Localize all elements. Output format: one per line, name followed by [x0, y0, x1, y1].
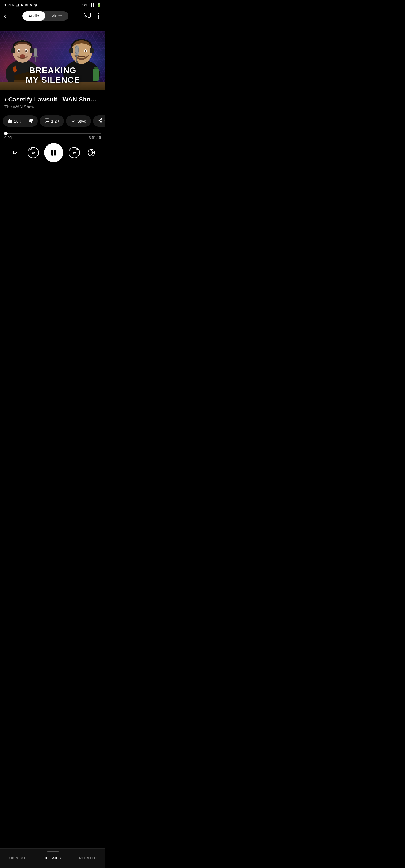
- video-area: BREAKING MY SILENCE: [0, 31, 106, 90]
- like-dislike-container: 16K: [3, 115, 38, 127]
- pause-icon: [52, 150, 56, 156]
- video-thumbnail[interactable]: BREAKING MY SILENCE: [0, 31, 106, 90]
- save-button[interactable]: Save: [66, 115, 91, 127]
- gmail-icon: M: [25, 3, 28, 7]
- time-display: 0:05 3:51:15: [4, 135, 101, 140]
- overlay-line1: BREAKING: [26, 65, 80, 75]
- svg-rect-29: [94, 67, 98, 69]
- like-button[interactable]: 16K: [3, 115, 25, 127]
- save-icon: [70, 118, 76, 124]
- svg-point-26: [76, 61, 78, 63]
- video-title: ‹ Casetify Lawsuit - WAN Show Nov: [4, 96, 101, 103]
- playback-controls: 1x ↺ 10 ↻ 30: [0, 140, 106, 168]
- share-label: S: [104, 119, 106, 123]
- comments-button[interactable]: 1.2K: [40, 115, 64, 127]
- status-time: 15:16: [4, 3, 14, 7]
- progress-thumb[interactable]: [4, 132, 8, 135]
- save-label: Save: [77, 119, 86, 123]
- svg-rect-3: [11, 48, 15, 53]
- share-icon: [97, 118, 103, 124]
- x-icon: ✕: [29, 3, 32, 7]
- audio-toggle-button[interactable]: Audio: [22, 11, 45, 21]
- sleep-timer-button[interactable]: [85, 147, 97, 159]
- svg-rect-31: [94, 70, 94, 75]
- bottle: [92, 67, 100, 82]
- rewind-icon: ↺ 10: [28, 147, 39, 158]
- progress-area: 0:05 3:51:15: [0, 131, 106, 140]
- top-right-icons: ⋮: [84, 12, 102, 20]
- top-controls: ‹ Audio Video ⋮: [0, 9, 106, 23]
- svg-rect-17: [90, 48, 94, 53]
- svg-point-7: [18, 50, 20, 52]
- thumbs-up-icon: [7, 118, 12, 124]
- progress-bar[interactable]: [4, 133, 101, 134]
- wifi-icon: WiFi: [82, 3, 90, 7]
- svg-point-8: [25, 50, 27, 52]
- video-toggle-button[interactable]: Video: [45, 11, 68, 21]
- svg-line-37: [99, 121, 101, 122]
- channel-name: The WAN Show: [4, 104, 101, 109]
- svg-point-36: [101, 121, 102, 123]
- forward-button[interactable]: ↻ 30: [68, 147, 81, 159]
- hashtag-icon: ⊞: [16, 3, 19, 7]
- share-button[interactable]: S: [93, 115, 106, 127]
- current-time: 0:05: [4, 135, 11, 140]
- video-overlay-text: BREAKING MY SILENCE: [26, 65, 80, 85]
- svg-line-38: [99, 120, 101, 120]
- instagram-icon: ◎: [34, 3, 36, 7]
- status-left: 15:16 ⊞ ▶ M ✕ ◎: [4, 3, 36, 7]
- audio-video-toggle: Audio Video: [22, 11, 68, 21]
- youtube-icon: ▶: [21, 3, 23, 7]
- svg-rect-11: [33, 56, 38, 57]
- dislike-button[interactable]: [25, 116, 38, 126]
- comment-count: 1.2K: [51, 119, 59, 123]
- svg-point-21: [85, 50, 86, 52]
- svg-point-34: [101, 119, 102, 120]
- status-bar: 15:16 ⊞ ▶ M ✕ ◎ WiFi ▌▌ 🔋: [0, 0, 106, 9]
- speed-button[interactable]: 1x: [8, 150, 22, 155]
- cast-button[interactable]: [84, 12, 91, 20]
- action-buttons: 16K 1.2K Save S: [0, 111, 106, 131]
- signal-icon: ▌▌: [91, 3, 96, 7]
- status-right: WiFi ▌▌ 🔋: [82, 3, 101, 7]
- battery-icon: 🔋: [97, 3, 101, 7]
- video-info: ‹ Casetify Lawsuit - WAN Show Nov The WA…: [0, 90, 106, 111]
- svg-rect-10: [34, 48, 37, 57]
- pause-button[interactable]: [44, 143, 63, 162]
- overlay-line2: MY SILENCE: [26, 75, 80, 85]
- total-time: 3:51:15: [89, 135, 101, 140]
- forward-icon: ↻ 30: [69, 147, 80, 158]
- comment-icon: [45, 118, 50, 124]
- svg-rect-24: [75, 55, 79, 56]
- rewind-button[interactable]: ↺ 10: [27, 147, 39, 159]
- like-count: 16K: [14, 119, 21, 123]
- more-options-button[interactable]: ⋮: [95, 12, 102, 20]
- back-button[interactable]: ‹: [4, 11, 6, 20]
- svg-point-35: [98, 120, 99, 121]
